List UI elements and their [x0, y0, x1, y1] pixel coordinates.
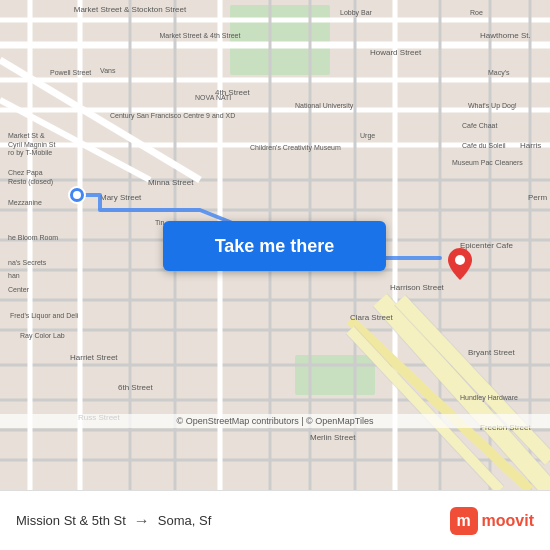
route-arrow: → — [134, 512, 150, 530]
route-from: Mission St & 5th St — [16, 513, 126, 528]
svg-text:Market Street & 4th Street: Market Street & 4th Street — [160, 32, 241, 39]
svg-text:Hundley Hardware: Hundley Hardware — [460, 394, 518, 402]
map-container: Market Street & Stockton Street Market S… — [0, 0, 550, 490]
svg-text:Bryant Street: Bryant Street — [468, 348, 515, 357]
svg-text:na's Secrets: na's Secrets — [8, 259, 47, 266]
take-me-there-button[interactable]: Take me there — [163, 221, 386, 271]
svg-text:Museum Pac Cleaners: Museum Pac Cleaners — [452, 159, 523, 166]
moovit-icon: m — [450, 507, 478, 535]
svg-text:Ray Color Lab: Ray Color Lab — [20, 332, 65, 340]
svg-point-93 — [455, 255, 465, 265]
svg-text:Powell Street: Powell Street — [50, 69, 91, 76]
bottom-bar: Mission St & 5th St → Soma, Sf m moovit — [0, 490, 550, 550]
svg-text:Merlin Street: Merlin Street — [310, 433, 356, 442]
svg-rect-2 — [295, 355, 375, 395]
route-to: Soma, Sf — [158, 513, 211, 528]
svg-text:Cyril Magnin St: Cyril Magnin St — [8, 141, 56, 149]
svg-rect-1 — [230, 5, 330, 75]
svg-text:Roe: Roe — [470, 9, 483, 16]
svg-text:Cafe du Soleil: Cafe du Soleil — [462, 142, 506, 149]
attribution: © OpenStreetMap contributors | © OpenMap… — [0, 414, 550, 428]
svg-text:Perm: Perm — [528, 193, 547, 202]
svg-text:Lobby Bar: Lobby Bar — [340, 9, 373, 17]
svg-text:Fred's Liquor and Deli: Fred's Liquor and Deli — [10, 312, 79, 320]
svg-text:Macy's: Macy's — [488, 69, 510, 77]
svg-text:Harriet Street: Harriet Street — [70, 353, 118, 362]
destination-marker — [448, 248, 472, 284]
svg-text:Center: Center — [8, 286, 30, 293]
svg-text:Children's Creativity Museum: Children's Creativity Museum — [250, 144, 341, 152]
svg-text:What's Up Dog!: What's Up Dog! — [468, 102, 517, 110]
svg-text:he Bloom Room: he Bloom Room — [8, 234, 58, 241]
svg-text:Urge: Urge — [360, 132, 375, 140]
svg-text:Clara Street: Clara Street — [350, 313, 393, 322]
svg-text:6th Street: 6th Street — [118, 383, 153, 392]
svg-text:Harrison Street: Harrison Street — [390, 283, 445, 292]
svg-text:Mezzanine: Mezzanine — [8, 199, 42, 206]
svg-text:Chez Papa: Chez Papa — [8, 169, 43, 177]
svg-point-92 — [73, 191, 81, 199]
svg-text:Market Street & Stockton Stree: Market Street & Stockton Street — [74, 5, 187, 14]
svg-text:Vans: Vans — [100, 67, 116, 74]
svg-text:ro by T-Mobile: ro by T-Mobile — [8, 149, 52, 157]
svg-text:Market St &: Market St & — [8, 132, 45, 139]
svg-text:Harris: Harris — [520, 141, 541, 150]
svg-text:Cafe Chaat: Cafe Chaat — [462, 122, 497, 129]
svg-text:han: han — [8, 272, 20, 279]
svg-text:Century San Francisco Centre 9: Century San Francisco Centre 9 and XD — [110, 112, 235, 120]
svg-text:Howard Street: Howard Street — [370, 48, 422, 57]
svg-text:National University: National University — [295, 102, 354, 110]
svg-text:NOVA NATI: NOVA NATI — [195, 94, 231, 101]
moovit-logo: m moovit — [450, 507, 534, 535]
svg-text:Resto (closed): Resto (closed) — [8, 178, 53, 186]
svg-text:Mary Street: Mary Street — [100, 193, 142, 202]
svg-text:Minna Street: Minna Street — [148, 178, 194, 187]
svg-text:Hawthorne St.: Hawthorne St. — [480, 31, 531, 40]
moovit-brand: moovit — [482, 512, 534, 530]
